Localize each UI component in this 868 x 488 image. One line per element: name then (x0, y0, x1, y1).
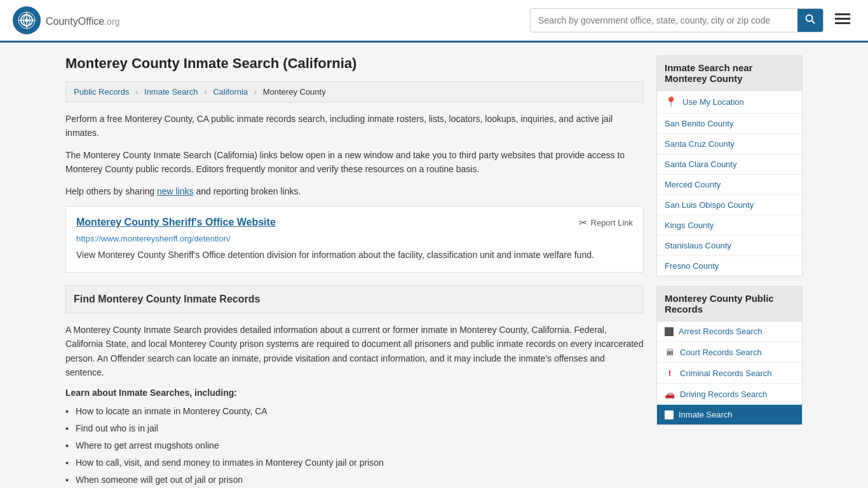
public-record-item: !Criminal Records Search (657, 363, 802, 384)
public-record-item: 🏛Court Records Search (657, 342, 802, 363)
find-section-title: Find Monterey County Inmate Records (74, 294, 635, 305)
find-section: Find Monterey County Inmate Records (65, 285, 644, 313)
inmate-search-link[interactable]: Inmate Search (679, 410, 733, 419)
header: CountyOffice.org (0, 0, 868, 43)
inmate-icon (665, 410, 674, 419)
desc-para3: Help others by sharing new links and rep… (65, 184, 644, 198)
nearby-county-link[interactable]: Stanislaus County (665, 241, 731, 250)
nearby-county-link[interactable]: Fresno County (665, 261, 719, 271)
breadcrumb-california[interactable]: California (213, 87, 248, 97)
public-records-section: Monterey County Public Records Arrest Re… (656, 286, 803, 425)
logo-text: CountyOffice.org (46, 13, 119, 28)
new-links-link[interactable]: new links (157, 186, 194, 196)
desc-para1: Perform a free Monterey County, CA publi… (65, 112, 644, 140)
nearby-section: Inmate Search near Monterey County 📍 Use… (656, 55, 803, 276)
svg-rect-8 (835, 13, 850, 15)
search-input[interactable] (531, 10, 797, 30)
public-records-list: Arrest Records Search🏛Court Records Sear… (657, 322, 802, 424)
use-my-location-link[interactable]: Use My Location (682, 97, 744, 107)
use-my-location-item[interactable]: 📍 Use My Location (657, 91, 802, 114)
search-button[interactable] (797, 9, 823, 32)
list-item: How to call, visit, and send money to in… (65, 454, 644, 471)
logo-area: CountyOffice.org (13, 6, 119, 34)
public-record-link[interactable]: Driving Records Search (680, 390, 767, 399)
public-record-link[interactable]: Criminal Records Search (680, 369, 772, 378)
driving-icon: 🚗 (665, 389, 675, 399)
nearby-county-link[interactable]: Santa Clara County (665, 159, 736, 169)
breadcrumb-current: Monterey County (263, 87, 326, 97)
nearby-county-item: Kings County (657, 215, 802, 236)
list-item: Where to get arrest mugshots online (65, 437, 644, 454)
nearby-section-title: Inmate Search near Monterey County (657, 56, 802, 91)
nearby-county-item: Merced County (657, 175, 802, 195)
nearby-county-link[interactable]: Kings County (665, 220, 714, 230)
breadcrumb-public-records[interactable]: Public Records (74, 87, 129, 97)
sidebar: Inmate Search near Monterey County 📍 Use… (656, 55, 803, 488)
resource-title[interactable]: Monterey County Sheriff's Office Website (76, 217, 276, 228)
report-link[interactable]: ✂ Report Link (579, 217, 633, 229)
content: Monterey County Inmate Search (Californi… (65, 55, 644, 488)
public-record-item: Arrest Records Search (657, 322, 802, 342)
location-dot-icon: 📍 (665, 96, 677, 108)
nearby-county-link[interactable]: San Luis Obispo County (665, 200, 754, 210)
svg-rect-9 (835, 18, 850, 20)
list-item: Find out who is in jail (65, 420, 644, 437)
nearby-county-item: Fresno County (657, 256, 802, 276)
nearby-county-item: San Luis Obispo County (657, 195, 802, 215)
list-item: How to locate an inmate in Monterey Coun… (65, 403, 644, 420)
list-item: When someone will get out of jail or pri… (65, 471, 644, 488)
nearby-counties-list: San Benito CountySanta Cruz CountySanta … (657, 114, 802, 276)
search-bar (530, 8, 824, 32)
resource-header: Monterey County Sheriff's Office Website… (76, 217, 633, 229)
nearby-county-link[interactable]: San Benito County (665, 119, 733, 128)
breadcrumb-inmate-search[interactable]: Inmate Search (144, 87, 198, 97)
criminal-icon: ! (665, 368, 675, 378)
breadcrumb: Public Records › Inmate Search › Califor… (65, 81, 644, 102)
svg-line-7 (812, 21, 815, 24)
page-title: Monterey County Inmate Search (Californi… (65, 55, 644, 72)
menu-button[interactable] (830, 11, 855, 30)
header-right (530, 8, 855, 32)
learn-title: Learn about Inmate Searches, including: (65, 388, 644, 398)
court-icon: 🏛 (665, 347, 675, 357)
svg-point-6 (806, 15, 813, 22)
public-records-section-title: Monterey County Public Records (657, 287, 802, 322)
resource-desc: View Monterey County Sheriff's Office de… (76, 248, 633, 262)
public-record-highlighted-item[interactable]: Inmate Search (657, 405, 802, 424)
resource-block: Monterey County Sheriff's Office Website… (65, 206, 644, 273)
desc-para2: The Monterey County Inmate Search (Calif… (65, 148, 644, 177)
square-icon (665, 327, 674, 336)
main-container: Monterey County Inmate Search (Californi… (53, 43, 815, 488)
nearby-county-item: Santa Clara County (657, 154, 802, 175)
bullet-list: How to locate an inmate in Monterey Coun… (65, 403, 644, 488)
public-record-link[interactable]: Court Records Search (680, 348, 762, 357)
public-record-link[interactable]: Arrest Records Search (679, 327, 763, 336)
svg-point-5 (25, 18, 29, 22)
svg-rect-10 (835, 22, 850, 24)
nearby-county-item: Stanislaus County (657, 236, 802, 256)
nearby-county-link[interactable]: Merced County (665, 180, 721, 189)
nearby-county-item: Santa Cruz County (657, 134, 802, 154)
nearby-county-link[interactable]: Santa Cruz County (665, 139, 735, 149)
scissors-icon: ✂ (579, 217, 587, 229)
public-record-item: 🚗Driving Records Search (657, 384, 802, 405)
nearby-county-item: San Benito County (657, 114, 802, 134)
logo-icon (13, 6, 41, 34)
resource-url[interactable]: https://www.montereysheriff.org/detentio… (76, 234, 633, 243)
find-desc: A Monterey County Inmate Search provides… (65, 323, 644, 380)
